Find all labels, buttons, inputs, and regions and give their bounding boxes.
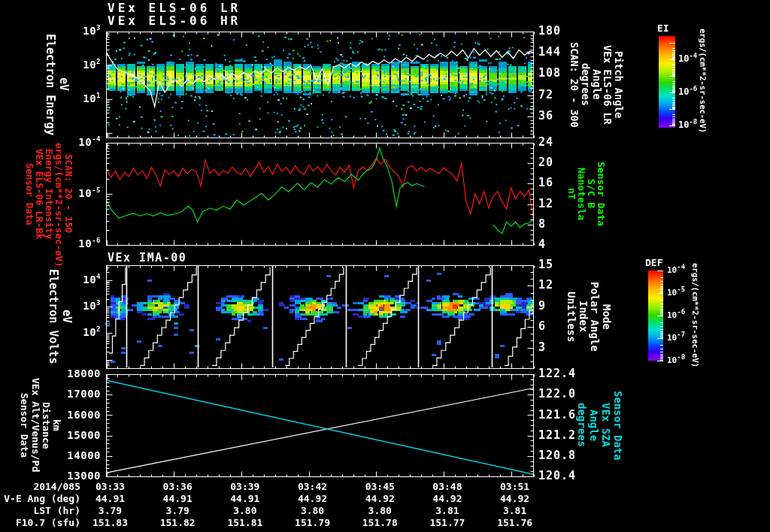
bottom-row-value: 151.82 (150, 518, 205, 527)
bottom-row-value: 44.92 (353, 494, 407, 503)
axis-label-line: Polar Angle (589, 265, 600, 368)
axis-label-line: km (51, 374, 62, 476)
axis-label-line: degrees (576, 374, 588, 476)
bottom-row-value: 03:51 (488, 482, 542, 491)
bottom-row-label: LST (hr) (0, 506, 80, 515)
colorbar-def-tick-label: 10-5 (667, 289, 685, 297)
bottom-row-label: 2014/085 (0, 482, 80, 491)
bottom-row-value: 03:48 (420, 482, 474, 491)
colorbar-def-units: ergs/(cm**2-sr-sec-eV) (691, 263, 700, 368)
bottom-row-value: 3.81 (420, 506, 474, 515)
bottom-row-value: 03:45 (353, 482, 407, 491)
axis-label-line: SCAN: 20 - 300 (568, 32, 580, 138)
axis-label-line: Electron Volts (47, 265, 59, 368)
axis-label-line: S/C B (587, 143, 596, 245)
bottom-row-value: 03:39 (218, 482, 272, 491)
axis-label-line: Angle (588, 374, 600, 476)
bottom-row-value: 3.79 (83, 506, 138, 515)
els-right-axis-label: Pitch AngleVEx ELS-06 LRAngledegreesSCAN… (568, 32, 624, 138)
els-title-line2: VEx ELS-06 HR (108, 15, 241, 27)
colorbar-ei-title: EI (657, 23, 669, 33)
bottom-row-value: 44.91 (150, 494, 205, 503)
vex-multipanel-plot-page: VEx ELS-06 LR VEx ELS-06 HR VEx IMA-00 E… (0, 0, 770, 532)
axis-label-line: Sensor Data (19, 374, 29, 476)
colorbar-def-tick-label: 10-8 (667, 356, 685, 364)
bottom-row-value: 44.91 (218, 494, 272, 503)
axis-label-line: eV (56, 32, 69, 138)
els-title-line1: VEx ELS-06 LR (108, 2, 241, 14)
axis-label-line: Unitless (565, 265, 577, 368)
axis-label-line: VEx SZA (600, 374, 612, 476)
bottom-row-value: 3.80 (286, 506, 340, 515)
bottom-row-value: 44.92 (488, 494, 542, 503)
bottom-row-value: 3.80 (353, 506, 407, 515)
axis-label-line: VEx ELS-06 LR (602, 32, 614, 138)
bottom-row-value: 151.78 (353, 518, 407, 527)
colorbar-ei-units: ergs/(cm**2-sr-sec-eV) (699, 29, 708, 134)
bottom-row-label: F10.7 (sfu) (0, 518, 80, 527)
colorbar-def-tick-label: 10-4 (667, 266, 685, 274)
bottom-row-value: 03:36 (150, 482, 205, 491)
axis-label-line: Sensor Data (596, 143, 606, 245)
axis-label-line: Index (577, 265, 588, 368)
bottom-row-value: 151.76 (488, 518, 542, 527)
colorbar-def-tick-label: 10-6 (667, 311, 685, 319)
colorbar-ei-tick-label: 10-4 (678, 54, 697, 63)
els-left-axis-label: Electron EnergyeV (44, 32, 70, 138)
colorbar-ei-tick-label: 10-6 (678, 87, 697, 96)
bottom-row-value: 44.91 (83, 494, 138, 503)
axis-label-line: SCAN: 20 - 150 (64, 143, 74, 245)
bfield-left-axis-label: Sensor DataVEx ELS-06 LR-BkEnergy Intens… (25, 143, 74, 245)
bottom-row-value: 3.80 (218, 506, 272, 515)
colorbar-def-title: DEF (645, 258, 662, 268)
bfield-right-axis-label: Sensor DataS/C BNanoteslanT (567, 143, 606, 245)
bottom-row-value: 44.92 (420, 494, 474, 503)
axis-label-line: Angle (591, 32, 602, 138)
axis-label-line: Mode (600, 265, 611, 368)
axis-label-line: Distance (41, 374, 51, 476)
bottom-row-value: 03:42 (286, 482, 340, 491)
bottom-row-value: 151.83 (83, 518, 138, 527)
bottom-row-value: 3.81 (488, 506, 542, 515)
ima-right-axis-label: ModePolar AngleIndexUnitless (565, 265, 612, 368)
sza-right-axis-label: Sensor DataVEx SZAAngledegrees (576, 374, 624, 476)
bottom-row-value: 151.77 (420, 518, 474, 527)
bottom-row-value: 151.81 (218, 518, 272, 527)
axis-label-line: degrees (580, 32, 591, 138)
bottom-row-label: V-E Ang (deg) (0, 494, 80, 503)
bottom-row-value: 03:33 (83, 482, 138, 491)
axis-label-line: Pitch Angle (613, 32, 624, 138)
ima-left-axis-label: Electron VoltseV (47, 265, 73, 368)
ima-title: VEx IMA-00 (108, 252, 186, 264)
axis-label-line: eV (59, 265, 72, 368)
colorbar-ei-tick-label: 10-8 (678, 120, 697, 129)
colorbar-def-tick-label: 10-7 (667, 334, 685, 342)
axis-label-line: Electron Energy (44, 32, 56, 138)
alt-left-axis-label: Sensor DataVEx Alt/Venus/PdDistancekm (19, 374, 62, 476)
axis-label-line: Nanotesla (577, 143, 587, 245)
axis-label-line: nT (567, 143, 577, 245)
bottom-row-value: 44.92 (286, 494, 340, 503)
axis-label-line: Sensor Data (612, 374, 624, 476)
bottom-row-value: 3.79 (150, 506, 205, 515)
bottom-row-value: 151.79 (286, 518, 340, 527)
axis-label-line: VEx Alt/Venus/Pd (29, 374, 40, 476)
